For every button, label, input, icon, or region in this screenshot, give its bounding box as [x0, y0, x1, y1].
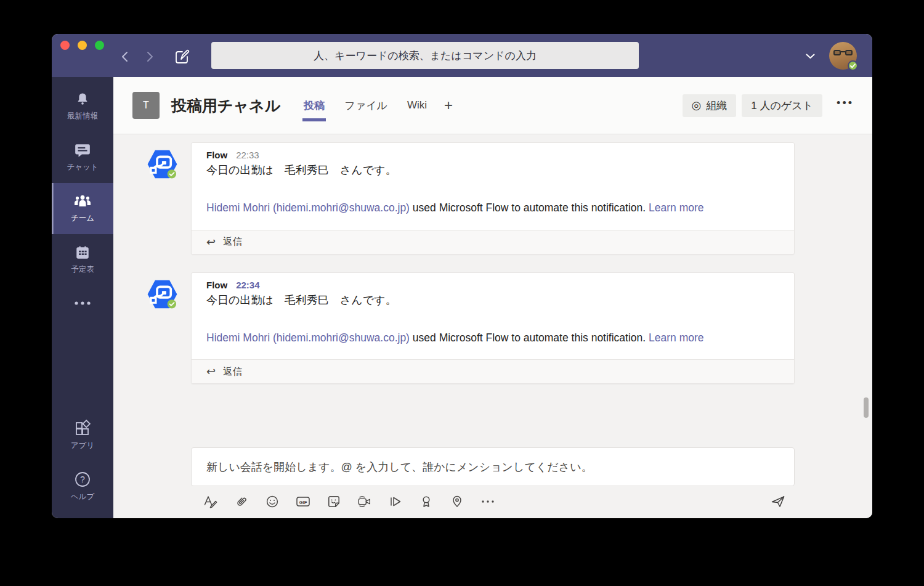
- reply-button[interactable]: ↩ 返信: [192, 359, 794, 383]
- attach-button[interactable]: [234, 494, 249, 509]
- format-button[interactable]: [203, 494, 218, 509]
- channel-header: T 投稿用チャネル 投稿 ファイル Wiki + ◎ 組織 1 人のゲスト: [113, 77, 872, 134]
- zoom-button[interactable]: [95, 41, 104, 50]
- calendar-icon: [75, 245, 91, 261]
- stream-button[interactable]: [388, 494, 403, 509]
- avatar-photo: [833, 50, 853, 56]
- sidebar-item-activity[interactable]: 最新情報: [52, 81, 113, 132]
- compose-more-button[interactable]: [480, 494, 495, 509]
- message-attribution: Hidemi Mohri (hidemi.mohri@shuwa.co.jp) …: [206, 328, 779, 348]
- sidebar-item-label: 予定表: [71, 264, 94, 275]
- video-camera-icon: [357, 495, 372, 508]
- message-list: Flow 22:33 今日の出勤は 毛利秀巳 さんです。 Hidemi Mohr…: [113, 134, 872, 447]
- close-button[interactable]: [60, 41, 70, 50]
- scrollbar-thumb[interactable]: [864, 397, 869, 418]
- sidebar-item-label: ヘルプ: [71, 492, 94, 502]
- chevron-down-icon: [806, 54, 815, 59]
- message-timestamp: 22:33: [236, 150, 259, 160]
- org-button-label: 組織: [706, 99, 727, 113]
- window-menu-button[interactable]: [802, 51, 818, 61]
- compose-area: 新しい会話を開始します。@ を入力して、誰かにメンションしてください。: [113, 447, 872, 518]
- teams-window: 人、キーワードの検索、またはコマンドの入力 最新情報 チャット: [52, 34, 872, 518]
- svg-text:GIF: GIF: [299, 500, 307, 505]
- compose-icon: [174, 49, 190, 65]
- sidebar-item-apps[interactable]: アプリ: [52, 410, 113, 461]
- team-avatar[interactable]: T: [132, 92, 160, 119]
- user-avatar[interactable]: [829, 42, 857, 70]
- channel-title: 投稿用チャネル: [171, 96, 280, 116]
- message-input[interactable]: 新しい会話を開始します。@ を入力して、誰かにメンションしてください。: [191, 447, 795, 486]
- sidebar-item-chat[interactable]: チャット: [52, 132, 113, 183]
- message-body: 今日の出勤は 毛利秀巳 さんです。: [206, 163, 779, 177]
- org-channel-button[interactable]: ◎ 組織: [683, 94, 737, 117]
- tab-posts[interactable]: 投稿: [296, 92, 332, 130]
- award-ribbon-icon: [420, 495, 432, 508]
- flow-bot-avatar: [146, 148, 179, 181]
- reply-arrow-icon: ↩: [206, 235, 216, 249]
- tab-wiki[interactable]: Wiki: [400, 93, 434, 129]
- praise-button[interactable]: [419, 494, 434, 509]
- sidebar-more-button[interactable]: [52, 285, 113, 321]
- minimize-button[interactable]: [78, 41, 87, 50]
- sidebar-item-label: チーム: [71, 213, 94, 224]
- message-attribution: Hidemi Mohri (hidemi.mohri@shuwa.co.jp) …: [206, 198, 779, 218]
- more-icon: [481, 500, 495, 503]
- message-card: Flow 22:34 今日の出勤は 毛利秀巳 さんです。 Hidemi Mohr…: [191, 272, 795, 385]
- gif-icon: GIF: [296, 495, 310, 508]
- gif-button[interactable]: GIF: [296, 494, 310, 509]
- sidebar-item-calendar[interactable]: 予定表: [52, 234, 113, 285]
- sticker-icon: [327, 495, 341, 508]
- teams-icon: [73, 193, 92, 210]
- emoji-icon: [265, 495, 279, 508]
- learn-more-link[interactable]: Learn more: [649, 201, 704, 214]
- message-sender: Flow: [206, 150, 227, 160]
- check-icon: [850, 63, 856, 68]
- message-row: Flow 22:34 今日の出勤は 毛利秀巳 さんです。 Hidemi Mohr…: [146, 272, 795, 385]
- top-bar: 人、キーワードの検索、またはコマンドの入力: [52, 34, 872, 77]
- location-pin-icon: [451, 495, 463, 508]
- sidebar-item-help[interactable]: ? ヘルプ: [52, 461, 113, 512]
- more-icon: [73, 301, 92, 306]
- flow-hexagon-icon: [146, 148, 179, 181]
- apps-icon: [74, 420, 91, 437]
- message-card: Flow 22:33 今日の出勤は 毛利秀巳 さんです。 Hidemi Mohr…: [191, 142, 795, 254]
- app-rail: 最新情報 チャット チーム 予定表: [52, 77, 113, 518]
- sidebar-item-label: 最新情報: [67, 111, 98, 121]
- sidebar-item-teams[interactable]: チーム: [52, 183, 113, 234]
- traffic-lights: [60, 41, 104, 50]
- meet-now-button[interactable]: [357, 494, 372, 509]
- reply-label: 返信: [223, 365, 242, 378]
- reply-button[interactable]: ↩ 返信: [192, 230, 794, 254]
- svg-text:?: ?: [80, 474, 85, 484]
- new-chat-button[interactable]: [172, 47, 191, 66]
- forward-button[interactable]: [141, 47, 160, 66]
- chat-icon: [74, 142, 91, 158]
- eye-icon: ◎: [692, 100, 702, 111]
- sender-email-link[interactable]: Hidemi Mohri (hidemi.mohri@shuwa.co.jp): [206, 332, 410, 344]
- send-plane-icon: [770, 494, 786, 510]
- chevron-right-icon: [147, 51, 154, 62]
- back-button[interactable]: [115, 47, 134, 66]
- bell-icon: [75, 91, 91, 107]
- message-sender: Flow: [206, 280, 227, 290]
- attribution-text: used Microsoft Flow to automate this not…: [410, 332, 649, 344]
- emoji-button[interactable]: [265, 494, 280, 509]
- flow-bot-avatar: [146, 278, 179, 311]
- add-tab-button[interactable]: +: [439, 97, 458, 114]
- sticker-button[interactable]: [326, 494, 341, 509]
- send-button[interactable]: [770, 494, 786, 510]
- tab-files[interactable]: ファイル: [337, 92, 395, 130]
- stream-icon: [389, 495, 402, 508]
- learn-more-link[interactable]: Learn more: [649, 332, 704, 344]
- channel-more-button[interactable]: •••: [828, 93, 856, 118]
- reply-arrow-icon: ↩: [206, 365, 216, 378]
- location-button[interactable]: [450, 494, 464, 509]
- search-input[interactable]: 人、キーワードの検索、またはコマンドの入力: [211, 42, 639, 69]
- channel-tabs: 投稿 ファイル Wiki +: [296, 87, 458, 124]
- help-icon: ?: [74, 471, 91, 488]
- sender-email-link[interactable]: Hidemi Mohri (hidemi.mohri@shuwa.co.jp): [206, 201, 410, 214]
- sidebar-item-label: チャット: [67, 162, 98, 173]
- sidebar-item-label: アプリ: [71, 441, 94, 451]
- paperclip-icon: [235, 495, 248, 508]
- guest-count-button[interactable]: 1 人のゲスト: [742, 94, 822, 117]
